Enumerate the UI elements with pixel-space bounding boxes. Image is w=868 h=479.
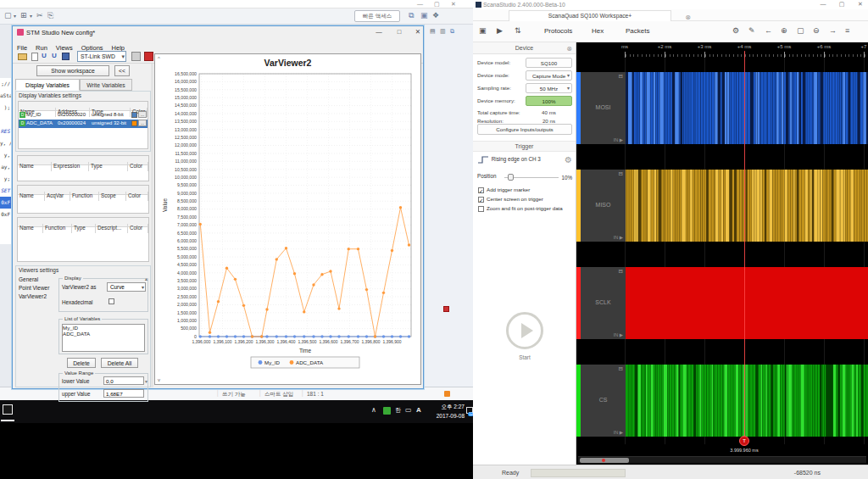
scroll-down-icon[interactable]: v xyxy=(158,377,160,382)
show-workspace-button[interactable]: Show workspace xyxy=(36,65,109,76)
close-icon[interactable]: ✕ xyxy=(451,0,456,8)
channel-options-icon[interactable]: ⊟ xyxy=(619,365,623,372)
variables-table[interactable]: NameAddressTypeColor DMy_ID0x20000020uns… xyxy=(18,101,148,149)
maximize-icon[interactable]: □ xyxy=(392,28,406,36)
color-swatch[interactable] xyxy=(131,120,137,126)
channel-options-icon[interactable]: ⊟ xyxy=(619,268,623,275)
debug-perspective-icon[interactable]: ❖ xyxy=(432,11,439,19)
console-stop-icon[interactable] xyxy=(443,306,449,312)
channel-label-block[interactable]: ⊟SCLKIN ▶ xyxy=(581,267,626,339)
column-header[interactable]: Function xyxy=(70,192,99,201)
minimize-icon[interactable]: — xyxy=(372,28,386,36)
column-header[interactable]: Color xyxy=(128,224,148,233)
channel-label-block[interactable]: ⊟MISOIN ▶ xyxy=(581,170,626,242)
close-icon[interactable]: ✕ xyxy=(411,28,425,36)
channel-label-block[interactable]: ⊟CSIN ▶ xyxy=(581,365,626,437)
variables-listbox[interactable]: My_IDADC_DATA xyxy=(62,324,145,352)
channel-label-block[interactable]: ⊟MOSIIN ▶ xyxy=(581,72,626,144)
channel-options-icon[interactable]: ⊟ xyxy=(619,170,623,177)
acquisition-table[interactable]: NameAcqVarFunctionScopeColor xyxy=(17,185,149,214)
nav-tab-hex[interactable]: Hex xyxy=(592,27,604,35)
workspace-tab[interactable]: ScanaQuad SQ100 Workspace+ ⊗ xyxy=(509,10,671,21)
table-row[interactable]: DADC_DATA0x20000024unsigned 32-bit... xyxy=(19,120,147,128)
viewer-list-item[interactable]: Point Viewer xyxy=(19,285,57,293)
close-icon[interactable]: ✕ xyxy=(854,1,866,8)
start-capture-button[interactable] xyxy=(506,312,543,349)
color-picker-button[interactable]: ... xyxy=(138,120,147,126)
maximize-icon[interactable]: ▢ xyxy=(434,0,440,8)
restore-view-icon[interactable]: ⧉ xyxy=(450,28,454,35)
taskbar-app-icon[interactable] xyxy=(3,404,13,415)
tab-write-variables[interactable]: Write Variables xyxy=(80,79,132,91)
minimize-icon[interactable]: — xyxy=(817,1,829,7)
checkbox-checked[interactable]: ✓ xyxy=(478,197,484,203)
tray-chevron-up-icon[interactable]: ∧ xyxy=(371,406,376,414)
waveform-scrollbar[interactable] xyxy=(578,456,866,463)
column-header[interactable]: Type xyxy=(89,162,128,171)
import-variables-icon[interactable]: U xyxy=(42,52,47,59)
hexadecimal-checkbox[interactable] xyxy=(108,298,114,304)
column-header[interactable]: Scope xyxy=(99,192,126,201)
column-header[interactable]: Function xyxy=(43,224,72,233)
viewer-list-item[interactable]: VarViewer2 xyxy=(19,293,57,302)
code-editor-sliver[interactable]: ;//aSta);RESy, /y,ay,y;SET0xF0xF xyxy=(0,78,12,244)
list-item[interactable]: My_ID xyxy=(63,325,144,331)
nav-back-icon[interactable]: ← xyxy=(765,26,772,35)
capture-play-icon[interactable]: ▶ xyxy=(497,26,503,35)
minimized-view-icon[interactable]: ▥ xyxy=(440,28,446,35)
device-model-button[interactable]: SQ100 xyxy=(526,58,572,68)
trigger-edge-row[interactable]: Rising edge on CH 3 ⚙ xyxy=(477,156,572,168)
workspace-layout-icon[interactable]: ▣ xyxy=(479,26,487,35)
varviewer-chart[interactable]: 0500,0001,000,0001,500,0002,000,0002,500… xyxy=(159,69,418,379)
perspective-icon[interactable]: ▣ xyxy=(420,11,428,19)
column-header[interactable]: Type xyxy=(72,224,96,233)
column-header[interactable]: Color xyxy=(126,192,148,201)
expressions-table[interactable]: NameExpressionTypeColor xyxy=(17,155,149,181)
nav-tab-packets[interactable]: Packets xyxy=(626,27,649,35)
tools-icon[interactable]: ⚙ xyxy=(732,26,739,35)
list-item[interactable]: ADC_DATA xyxy=(63,331,144,337)
zoom-out-icon[interactable]: ⊖ xyxy=(813,26,820,35)
column-header[interactable]: AcqVar xyxy=(45,192,70,201)
display-icon[interactable]: ▭ xyxy=(405,406,412,414)
column-header[interactable]: Name xyxy=(18,224,43,233)
chevron-down-icon[interactable]: ▾ xyxy=(14,13,16,19)
color-picker-button[interactable]: ... xyxy=(138,111,147,118)
minimized-view-icon[interactable]: ▤ xyxy=(430,28,436,35)
column-header[interactable]: Name xyxy=(18,192,45,201)
device-mode-dropdown[interactable]: Capture Mode ▾ xyxy=(526,70,572,81)
nav-forward-icon[interactable]: → xyxy=(829,26,837,35)
channel-waveform[interactable] xyxy=(626,72,868,144)
checkbox-unchecked[interactable] xyxy=(478,206,484,212)
waveform-area[interactable]: ms+2 ms+3 ms+4 ms+5 ms+6 ms+7 ⊟MOSIIN ▶⊟… xyxy=(576,42,868,465)
upper-value-input[interactable]: 1,68E7 xyxy=(103,389,144,398)
zoom-in-icon[interactable]: ⊕ xyxy=(781,26,787,35)
gear-icon[interactable]: ⚙ xyxy=(565,155,572,164)
tab-display-variables[interactable]: Display Variables xyxy=(15,79,80,91)
open-icon[interactable] xyxy=(18,53,27,60)
taskbar-clock[interactable]: 오후 2:27 2017-09-08 xyxy=(422,402,465,421)
sampling-rate-dropdown[interactable]: 50 MHz ▾ xyxy=(526,83,572,93)
collapse-button[interactable]: << xyxy=(114,65,130,76)
copy-icon[interactable]: ⎘ xyxy=(47,11,53,20)
display-options-icon[interactable]: ≡ xyxy=(845,26,849,35)
fit-screen-icon[interactable]: ▢ xyxy=(797,26,804,35)
new-window-icon[interactable]: ▢ xyxy=(4,11,12,19)
viewer-as-dropdown[interactable]: Curve ▾ xyxy=(107,282,146,292)
quick-access-button[interactable]: 빠른 액세스 xyxy=(354,10,400,22)
new-config-icon[interactable] xyxy=(31,53,38,61)
run-button[interactable] xyxy=(131,52,141,61)
column-header[interactable]: Color xyxy=(128,162,148,171)
channel-config-icon[interactable]: ⇅ xyxy=(515,26,521,35)
maximize-icon[interactable]: ▢ xyxy=(836,1,848,8)
column-header[interactable]: Descript... xyxy=(96,224,128,233)
workspace-icon[interactable]: ⧉ xyxy=(409,11,414,20)
functions-table[interactable]: NameFunctionTypeDescript...Color xyxy=(17,217,149,262)
chevron-down-icon[interactable]: ▾ xyxy=(30,13,32,19)
panel-close-icon[interactable]: ⊗ xyxy=(566,43,572,54)
notification-icon[interactable] xyxy=(444,391,450,397)
table-row[interactable]: DMy_ID0x20000020unsigned 8-bit... xyxy=(19,111,147,120)
channel-waveform[interactable] xyxy=(626,170,868,242)
lower-value-input[interactable]: 0,0 xyxy=(103,376,144,385)
probe-select-dropdown[interactable]: ST-Link SWD ▾ xyxy=(77,51,126,62)
